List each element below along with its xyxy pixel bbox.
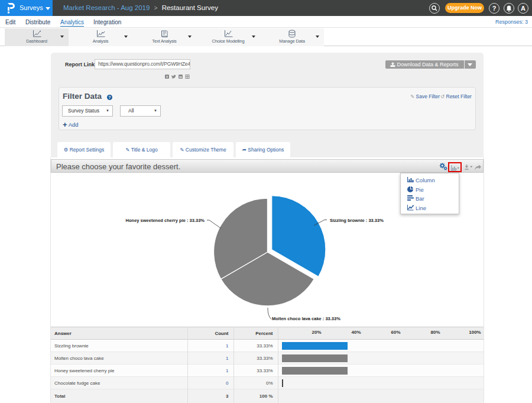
svg-text:Molten choco lava cake : 33.33: Molten choco lava cake : 33.33%: [272, 316, 340, 321]
svg-text:Sizzling brownie : 33.33%: Sizzling brownie : 33.33%: [330, 218, 384, 223]
svg-text:Honey sweetened cherry pie : 3: Honey sweetened cherry pie : 33.33%: [126, 218, 205, 223]
svg-text:in: in: [179, 75, 181, 79]
